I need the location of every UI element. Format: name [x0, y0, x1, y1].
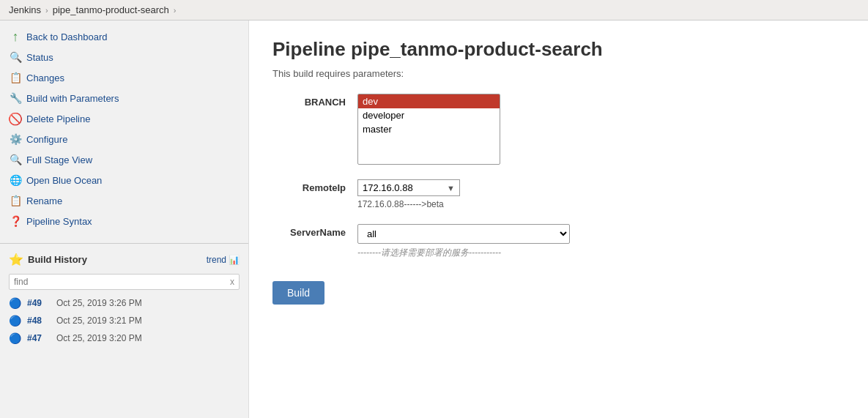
delete-icon: 🚫	[9, 112, 22, 125]
sidebar-item-full-stage-view[interactable]: 🔍 Full Stage View	[0, 149, 248, 170]
build-history-section: ⭐ Build History trend 📊 x 🔵 #49 Oct 25, …	[0, 243, 248, 347]
sidebar-label-status: Status	[26, 52, 53, 63]
sidebar-item-status[interactable]: 🔍 Status	[0, 47, 248, 67]
ball-icon-49: 🔵	[9, 297, 21, 309]
servername-label: ServerName	[272, 224, 346, 238]
build-history-header: ⭐ Build History trend 📊	[0, 250, 248, 269]
branch-control: dev developer master	[357, 94, 500, 165]
main-content: Pipeline pipe_tanmo-product-search This …	[249, 20, 868, 418]
build-icon: 🔧	[9, 92, 22, 105]
sidebar-label-ocean: Open Blue Ocean	[26, 175, 102, 186]
build-link-48[interactable]: #48	[27, 316, 51, 326]
branch-option-master: master	[358, 122, 500, 136]
sidebar-label-rename: Rename	[26, 195, 62, 206]
sidebar-label-syntax: Pipeline Syntax	[26, 216, 92, 227]
build-date-48: Oct 25, 2019 3:21 PM	[56, 316, 142, 326]
trend-icon: 📊	[229, 255, 240, 265]
sidebar-label-stage: Full Stage View	[26, 154, 92, 165]
changes-icon: 📋	[9, 71, 22, 84]
breadcrumb-sep-2: ›	[174, 6, 177, 15]
trend-link[interactable]: trend 📊	[207, 255, 240, 265]
branch-option-developer: developer	[358, 108, 500, 122]
remoteip-label: RemoteIp	[272, 179, 346, 193]
page-title: Pipeline pipe_tanmo-product-search	[272, 38, 845, 61]
breadcrumb-pipeline[interactable]: pipe_tanmo-product-search	[53, 4, 169, 15]
breadcrumb-jenkins[interactable]: Jenkins	[9, 4, 41, 15]
configure-icon: ⚙️	[9, 133, 22, 146]
find-clear-button[interactable]: x	[226, 275, 239, 288]
remoteip-select-wrapper[interactable]: 172.16.0.88 ▼	[357, 179, 460, 196]
find-box[interactable]: x	[9, 274, 240, 290]
build-history-label: Build History	[28, 254, 87, 265]
branch-label: BRANCH	[272, 94, 346, 108]
servername-select[interactable]: all	[357, 224, 570, 244]
build-button[interactable]: Build	[272, 281, 324, 305]
branch-param-row: BRANCH dev developer master	[272, 94, 845, 165]
branch-option-dev: dev	[358, 94, 500, 108]
servername-control: all --------请选择需要部署的服务-----------	[357, 224, 570, 259]
remoteip-dropdown-icon: ▼	[447, 184, 455, 193]
sidebar-label-build: Build with Parameters	[26, 93, 119, 104]
remoteip-param-row: RemoteIp 172.16.0.88 ▼ 172.16.0.88------…	[272, 179, 845, 209]
sidebar-item-changes[interactable]: 📋 Changes	[0, 67, 248, 88]
remoteip-note: 172.16.0.88------>beta	[357, 199, 460, 209]
sidebar-label-delete: Delete Pipeline	[26, 113, 90, 124]
branch-listbox[interactable]: dev developer master	[357, 94, 500, 165]
search-icon: 🔍	[9, 51, 22, 64]
find-input[interactable]	[10, 275, 226, 289]
build-date-47: Oct 25, 2019 3:20 PM	[56, 333, 142, 343]
stage-icon: 🔍	[9, 153, 22, 166]
sidebar-item-configure[interactable]: ⚙️ Configure	[0, 129, 248, 149]
build-date-49: Oct 25, 2019 3:26 PM	[56, 298, 142, 308]
remoteip-control: 172.16.0.88 ▼ 172.16.0.88------>beta	[357, 179, 460, 209]
sidebar-item-delete-pipeline[interactable]: 🚫 Delete Pipeline	[0, 108, 248, 129]
sidebar-label-back: Back to Dashboard	[26, 31, 108, 42]
build-history-title: ⭐ Build History	[9, 253, 87, 266]
ball-icon-47: 🔵	[9, 332, 21, 344]
build-item-47: 🔵 #47 Oct 25, 2019 3:20 PM	[0, 329, 248, 347]
sidebar-item-rename[interactable]: 📋 Rename	[0, 190, 248, 211]
sidebar: ↑ Back to Dashboard 🔍 Status 📋 Changes 🔧…	[0, 20, 249, 418]
servername-param-row: ServerName all --------请选择需要部署的服务-------…	[272, 224, 845, 259]
sidebar-label-configure: Configure	[26, 134, 67, 145]
sidebar-item-open-blue-ocean[interactable]: 🌐 Open Blue Ocean	[0, 170, 248, 190]
breadcrumb: Jenkins › pipe_tanmo-product-search ›	[0, 0, 868, 20]
ocean-icon: 🌐	[9, 173, 22, 187]
sidebar-item-pipeline-syntax[interactable]: ❓ Pipeline Syntax	[0, 211, 248, 231]
sidebar-item-back-to-dashboard[interactable]: ↑ Back to Dashboard	[0, 26, 248, 47]
arrow-up-icon: ↑	[9, 30, 22, 43]
remoteip-select[interactable]: 172.16.0.88	[363, 182, 447, 193]
sidebar-label-changes: Changes	[26, 72, 64, 83]
syntax-icon: ❓	[9, 214, 22, 228]
build-item-48: 🔵 #48 Oct 25, 2019 3:21 PM	[0, 312, 248, 329]
build-item-49: 🔵 #49 Oct 25, 2019 3:26 PM	[0, 294, 248, 312]
build-link-47[interactable]: #47	[27, 333, 51, 343]
servername-note: --------请选择需要部署的服务-----------	[357, 247, 570, 259]
ball-icon-48: 🔵	[9, 315, 21, 326]
rename-icon: 📋	[9, 194, 22, 207]
build-link-49[interactable]: #49	[27, 298, 51, 308]
sidebar-item-build-with-parameters[interactable]: 🔧 Build with Parameters	[0, 88, 248, 108]
breadcrumb-sep-1: ›	[45, 6, 48, 15]
build-requires-text: This build requires parameters:	[272, 68, 845, 79]
history-icon: ⭐	[9, 253, 23, 266]
trend-label: trend	[207, 255, 226, 265]
